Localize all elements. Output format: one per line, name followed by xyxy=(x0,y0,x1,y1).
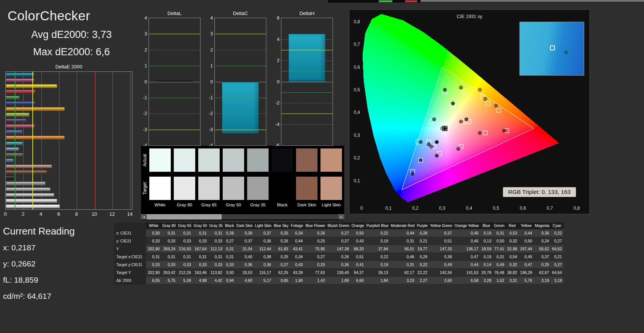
table-cell: 0,51 xyxy=(429,237,453,245)
table-cell: 0,13 xyxy=(480,237,493,245)
swatch-actual-white xyxy=(149,148,171,172)
y-tick-label: 4 xyxy=(210,15,213,21)
scroll-right-button[interactable]: ► xyxy=(339,214,344,219)
column-header-foliage: Foliage xyxy=(290,223,304,229)
scroll-left-button[interactable]: ◄ xyxy=(141,214,147,219)
green-refline xyxy=(149,98,200,98)
scrollbar-thumb[interactable] xyxy=(147,214,222,219)
table-cell: 5,39 xyxy=(177,277,193,285)
delta-bar xyxy=(156,80,193,82)
yellow-refline xyxy=(281,114,333,114)
table-cell: 0,25 xyxy=(273,229,290,237)
table-row-y-cie31: y: CIE310,330,330,330,330,330,270,370,36… xyxy=(114,237,564,245)
scrollbar-track[interactable] xyxy=(147,214,339,219)
table-cell: 0,22 xyxy=(365,253,390,261)
y-tick-label: -2 xyxy=(209,111,213,116)
table-cell: 0,31 xyxy=(193,229,208,237)
table-cell: 0,25 xyxy=(304,237,327,245)
deltaE-gridline xyxy=(77,72,77,209)
yellow-refline xyxy=(215,130,266,130)
table-cell: 64,62 xyxy=(551,245,564,253)
table-cell: 56,62 xyxy=(534,245,551,253)
table-cell: 77,41 xyxy=(493,245,506,253)
table-cell: 0,34 xyxy=(290,229,304,237)
table-cell: 4,60 xyxy=(235,277,254,285)
page-title: ColorChecker xyxy=(0,8,143,23)
table-cell: 0,36 xyxy=(534,229,551,237)
table-cell: 6,05 xyxy=(146,277,161,285)
current-reading: Current Reading x: 0,2187 y: 0,2662 fL: … xyxy=(3,226,116,308)
window-top-strip xyxy=(0,0,644,3)
deltaH-chart: DeltaH 6420-2-4-6 xyxy=(274,11,334,146)
deltaE-bar-blue-flower xyxy=(6,147,19,151)
y-tick-label: 1 xyxy=(210,63,213,68)
deltaH-plot-area xyxy=(281,18,333,146)
table-cell: 0,32 xyxy=(506,261,518,269)
table-row-target-y: Target Y332,90263,42212,26163,46113,820,… xyxy=(114,269,564,277)
table-cell: 61,83 xyxy=(273,245,290,253)
current-reading-title: Current Reading xyxy=(3,226,116,237)
column-header-blue-flower: Blue Flower xyxy=(304,223,327,229)
table-cell: 1,84 xyxy=(365,277,390,285)
y-tick-label: 0 xyxy=(277,79,279,85)
gridline xyxy=(281,103,333,103)
table-cell: 3,31 xyxy=(506,277,518,285)
deltaE-xtick-label: 6 xyxy=(57,211,60,217)
table-cell: 0,31 xyxy=(224,245,235,253)
row-label: Y xyxy=(114,245,146,253)
y-tick-label: 0 xyxy=(144,79,147,85)
table-cell: 0,31 xyxy=(224,253,235,261)
deltaE-gridline xyxy=(59,72,59,209)
deltaE-bar-dark-skin xyxy=(6,170,47,174)
y-tick-label: -4 xyxy=(275,122,279,127)
swatch-scrollbar[interactable]: ◄ ► xyxy=(141,214,344,219)
table-cell: 0,19 xyxy=(365,261,390,269)
table-cell: 0,33 xyxy=(146,237,161,245)
table-cell: 0,33 xyxy=(193,261,208,269)
table-cell: 142,34 xyxy=(429,269,453,277)
deltaE-gridline xyxy=(112,72,113,209)
table-cell: 37,84 xyxy=(365,245,390,253)
y-tick-label: 2 xyxy=(277,58,279,63)
deltaE-xtick-label: 8 xyxy=(75,211,78,217)
column-header-gray-80: Gray 80 xyxy=(161,223,177,229)
target-swatch-row xyxy=(149,177,344,200)
cie-1931-panel: CIE 1931 xy RGB Triplet: 0, 133, 163 xyxy=(349,9,590,214)
row-label: ΔE 2000 xyxy=(114,277,146,285)
yellow-refline xyxy=(215,34,266,34)
table-cell: 0,33 xyxy=(177,237,193,245)
table-cell: 0,47 xyxy=(519,261,534,269)
table-cell: 0,37 xyxy=(429,229,453,237)
deltaE-bar-green xyxy=(6,96,20,99)
table-cell: 147,38 xyxy=(327,245,351,253)
y-tick-label: 6 xyxy=(277,15,279,21)
swatch-target-white xyxy=(149,177,171,200)
y-tick-label: -3 xyxy=(209,127,213,132)
table-cell: 1,90 xyxy=(290,277,304,285)
table-cell: 0,31 xyxy=(493,229,506,237)
table-cell: 0,21 xyxy=(551,253,564,261)
y-tick-label: 2 xyxy=(144,47,147,53)
table-cell: 0,25 xyxy=(273,253,290,261)
table-row-target-y-cie31: Target y:CIE310,330,330,330,330,330,330,… xyxy=(114,261,564,269)
table-cell: 43,41 xyxy=(290,245,304,253)
table-cell: 0,22 xyxy=(551,229,564,237)
deltaE-refline xyxy=(95,72,96,209)
table-cell: 332,90 xyxy=(146,245,161,253)
y-tick-label: 4 xyxy=(277,37,279,42)
swatch-name: Light Skin xyxy=(320,203,342,207)
deltaE-xtick-label: 2 xyxy=(22,211,24,217)
gridline xyxy=(281,124,333,125)
deltaE-bar-red xyxy=(6,90,35,93)
zero-line xyxy=(149,82,200,82)
deltaL-plot-area xyxy=(149,18,200,146)
table-cell: 0,31 xyxy=(193,253,208,261)
green-refline xyxy=(215,66,266,66)
swatch-target-gray-50 xyxy=(223,177,244,200)
table-cell: 38,82 xyxy=(506,269,518,277)
table-cell: 112,44 xyxy=(254,245,273,253)
deltaE-xtick-label: 4 xyxy=(39,211,42,217)
deltaC-plot-area xyxy=(214,18,266,146)
table-cell: 163,46 xyxy=(193,269,208,277)
table-cell: 139,40 xyxy=(327,269,351,277)
